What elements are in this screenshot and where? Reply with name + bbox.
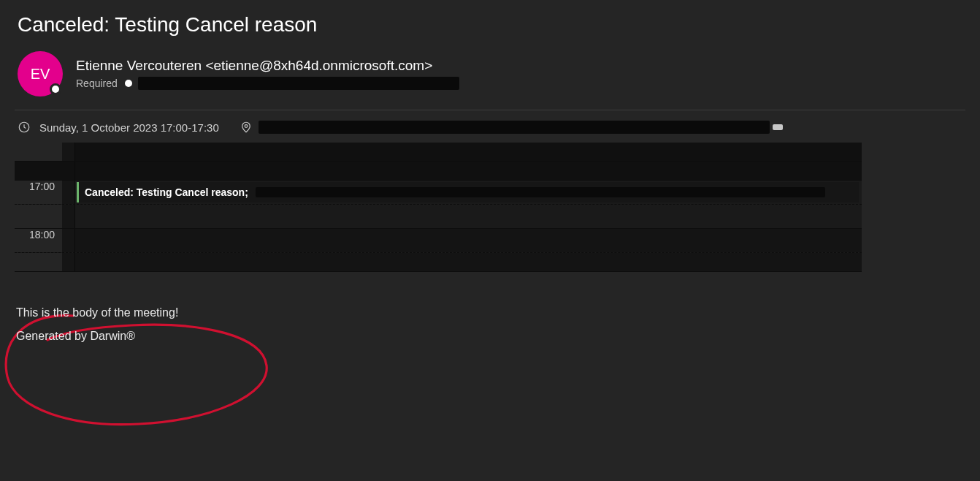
meeting-time-text: Sunday, 1 October 2023 17:00-17:30 bbox=[39, 121, 219, 134]
divider bbox=[15, 110, 965, 110]
cal-slot-1700[interactable]: Canceled: Testing Cancel reason; bbox=[75, 181, 862, 204]
calendar-event[interactable]: Canceled: Testing Cancel reason; bbox=[77, 182, 859, 202]
cal-slot-header[interactable] bbox=[75, 143, 862, 161]
avatar[interactable]: EV bbox=[18, 51, 63, 96]
presence-indicator bbox=[50, 83, 61, 95]
time-gutter bbox=[15, 253, 62, 271]
location-icon bbox=[240, 121, 253, 134]
allday-gap bbox=[62, 229, 75, 252]
svg-point-1 bbox=[245, 125, 248, 128]
clock-icon bbox=[18, 121, 31, 134]
redacted-location bbox=[259, 121, 770, 134]
avatar-initials: EV bbox=[31, 66, 50, 83]
time-gutter bbox=[15, 205, 62, 228]
time-label-18: 18:00 bbox=[15, 229, 62, 252]
cal-slot-header[interactable] bbox=[75, 162, 862, 180]
redacted-event-detail bbox=[256, 187, 825, 197]
allday-gap bbox=[62, 143, 75, 161]
cal-slot-1830[interactable] bbox=[75, 253, 862, 271]
redacted-attendee bbox=[138, 77, 459, 90]
time-gutter bbox=[15, 162, 62, 180]
calendar-event-title: Canceled: Testing Cancel reason; bbox=[85, 186, 248, 198]
calendar-preview[interactable]: 17:00 Canceled: Testing Cancel reason; 1… bbox=[15, 143, 862, 272]
attendee-presence-dot bbox=[125, 80, 132, 87]
time-label-17: 17:00 bbox=[15, 181, 62, 204]
page-title: Canceled: Testing Cancel reason bbox=[0, 0, 980, 51]
sender-display: Etienne Vercouteren <etienne@8xh64d.onmi… bbox=[76, 58, 459, 74]
attendance-label: Required bbox=[76, 77, 118, 89]
body-line-1: This is the body of the meeting! bbox=[16, 301, 980, 325]
allday-gap bbox=[62, 181, 75, 204]
allday-gap bbox=[62, 205, 75, 228]
meeting-body: This is the body of the meeting! Generat… bbox=[0, 272, 980, 348]
time-gutter bbox=[15, 143, 62, 161]
body-line-2: Generated by Darwin® bbox=[16, 325, 980, 348]
allday-gap bbox=[62, 162, 75, 180]
cal-slot-1730[interactable] bbox=[75, 205, 862, 228]
sender-row: EV Etienne Vercouteren <etienne@8xh64d.o… bbox=[0, 51, 980, 110]
time-location-row: Sunday, 1 October 2023 17:00-17:30 bbox=[0, 118, 980, 143]
cal-slot-1800[interactable] bbox=[75, 229, 862, 252]
allday-gap bbox=[62, 253, 75, 271]
location-tail bbox=[773, 124, 783, 130]
